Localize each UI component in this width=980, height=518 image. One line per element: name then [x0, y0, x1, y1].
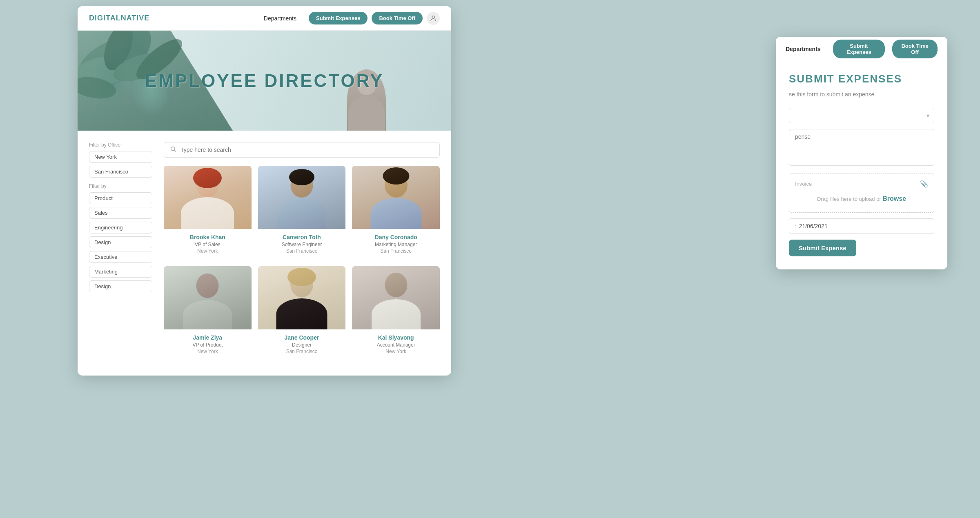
expenses-subtitle: se this form to submit an expense.: [789, 90, 934, 99]
filter-by-label: Filter by: [89, 183, 152, 189]
nav-book-time-off-btn[interactable]: Book Time Off: [372, 12, 423, 24]
hero-banner: EMPLOYEE DIRECTORY: [78, 31, 451, 131]
employee-photo-kai: [352, 266, 440, 329]
filter-marketing[interactable]: Marketing: [89, 266, 152, 278]
employee-photo-cameron: [258, 166, 346, 229]
paperclip-icon: 📎: [920, 180, 928, 188]
expenses-nav: Departments Submit Expenses Book Time Of…: [776, 37, 947, 61]
employee-photo-dany: [352, 166, 440, 229]
employee-office-jane: San Francisco: [264, 349, 340, 354]
expenses-nav-book-btn[interactable]: Book Time Off: [892, 40, 938, 58]
hero-title: EMPLOYEE DIRECTORY: [145, 71, 384, 91]
description-field: [789, 129, 934, 167]
description-textarea[interactable]: [789, 129, 934, 166]
submit-expense-button[interactable]: Submit Expense: [789, 240, 856, 256]
employees-cards: Brooke Khan VP of Sales New York: [164, 166, 440, 360]
employee-office-cameron: San Francisco: [264, 248, 340, 254]
main-nav: DIGITALNATIVE Departments Submit Expense…: [78, 6, 451, 31]
search-icon: [170, 146, 176, 154]
main-content: Filter by Office New York San Francisco …: [78, 131, 451, 376]
employee-card-brooke[interactable]: Brooke Khan VP of Sales New York: [164, 166, 252, 260]
employee-title-cameron: Software Engineer: [264, 242, 340, 247]
date-value: 21/06/2021: [799, 223, 828, 229]
nav-submit-expenses-btn[interactable]: Submit Expenses: [309, 12, 368, 24]
filter-office-label: Filter by Office: [89, 142, 152, 148]
filter-engineering[interactable]: Engineering: [89, 222, 152, 233]
employee-name-cameron: Cameron Toth: [264, 234, 340, 240]
nav-departments[interactable]: Departments: [264, 15, 296, 22]
employee-office-dany: San Francisco: [358, 248, 434, 254]
filter-new-york[interactable]: New York: [89, 151, 152, 163]
employee-name-jane: Jane Cooper: [264, 334, 340, 341]
filter-sales[interactable]: Sales: [89, 207, 152, 219]
date-colon-label: :: [795, 223, 797, 229]
employee-info-cameron: Cameron Toth Software Engineer San Franc…: [258, 229, 346, 260]
employee-name-jamie: Jamie Ziya: [169, 334, 246, 341]
upload-area[interactable]: Invoice 📎 Drag files here to upload or B…: [789, 173, 934, 213]
employee-name-brooke: Brooke Khan: [169, 234, 246, 240]
employee-name-kai: Kai Siyavong: [358, 334, 434, 341]
employee-office-kai: New York: [358, 349, 434, 354]
employee-name-dany: Dany Coronado: [358, 234, 434, 240]
category-select-wrapper: Travel Meals Equipment Software Other: [789, 108, 934, 123]
category-select[interactable]: Travel Meals Equipment Software Other: [789, 108, 934, 123]
date-input-row[interactable]: : 21/06/2021: [789, 218, 934, 234]
filter-executive[interactable]: Executive: [89, 251, 152, 263]
employee-title-kai: Account Manager: [358, 342, 434, 348]
search-input[interactable]: [180, 147, 434, 153]
employee-photo-brooke: [164, 166, 252, 229]
upload-label-row: Invoice 📎: [795, 180, 928, 188]
category-field: Travel Meals Equipment Software Other: [789, 108, 934, 123]
upload-drag-text: Drag files here to upload or: [817, 196, 882, 202]
upload-drop-zone[interactable]: Drag files here to upload or Browse: [795, 191, 928, 206]
search-container[interactable]: [164, 142, 440, 158]
filter-san-francisco[interactable]: San Francisco: [89, 166, 152, 178]
expenses-nav-submit-btn[interactable]: Submit Expenses: [833, 40, 885, 58]
user-icon[interactable]: [427, 12, 440, 25]
employee-card-kai[interactable]: Kai Siyavong Account Manager New York: [352, 266, 440, 360]
employee-photo-jane: [258, 266, 346, 329]
filter-design-2[interactable]: Design: [89, 280, 152, 292]
employees-grid: Brooke Khan VP of Sales New York: [164, 142, 440, 376]
invoice-field: Invoice 📎 Drag files here to upload or B…: [789, 173, 934, 213]
upload-browse-link[interactable]: Browse: [882, 195, 906, 202]
employee-info-dany: Dany Coronado Marketing Manager San Fran…: [352, 229, 440, 260]
expenses-content: SUBMIT EXPENSES se this form to submit a…: [776, 61, 947, 269]
dept-filter-section: Filter by Product Sales Engineering Desi…: [89, 183, 152, 292]
date-field: : 21/06/2021: [789, 218, 934, 234]
employee-card-jane[interactable]: Jane Cooper Designer San Francisco: [258, 266, 346, 360]
filter-product[interactable]: Product: [89, 192, 152, 204]
sidebar: Filter by Office New York San Francisco …: [89, 142, 152, 376]
expenses-window: Departments Submit Expenses Book Time Of…: [776, 37, 947, 269]
employee-title-jamie: VP of Product: [169, 342, 246, 348]
upload-label-text: Invoice: [795, 181, 812, 187]
employee-card-dany[interactable]: Dany Coronado Marketing Manager San Fran…: [352, 166, 440, 260]
employee-title-brooke: VP of Sales: [169, 242, 246, 247]
employee-title-jane: Designer: [264, 342, 340, 348]
employee-card-cameron[interactable]: Cameron Toth Software Engineer San Franc…: [258, 166, 346, 260]
employee-info-kai: Kai Siyavong Account Manager New York: [352, 329, 440, 360]
expenses-nav-departments[interactable]: Departments: [786, 46, 821, 52]
employee-info-jamie: Jamie Ziya VP of Product New York: [164, 329, 252, 360]
office-filter-section: Filter by Office New York San Francisco: [89, 142, 152, 178]
employee-card-jamie[interactable]: Jamie Ziya VP of Product New York: [164, 266, 252, 360]
employee-office-brooke: New York: [169, 248, 246, 254]
employee-office-jamie: New York: [169, 349, 246, 354]
filter-design[interactable]: Design: [89, 236, 152, 248]
employee-info-jane: Jane Cooper Designer San Francisco: [258, 329, 346, 360]
svg-line-9: [174, 150, 176, 152]
main-window: DIGITALNATIVE Departments Submit Expense…: [78, 6, 451, 376]
employee-info-brooke: Brooke Khan VP of Sales New York: [164, 229, 252, 260]
employee-title-dany: Marketing Manager: [358, 242, 434, 247]
svg-point-8: [171, 147, 175, 151]
employee-photo-jamie: [164, 266, 252, 329]
expenses-title: SUBMIT EXPENSES: [789, 73, 934, 85]
logo: DIGITALNATIVE: [89, 14, 149, 22]
svg-point-0: [432, 16, 434, 18]
